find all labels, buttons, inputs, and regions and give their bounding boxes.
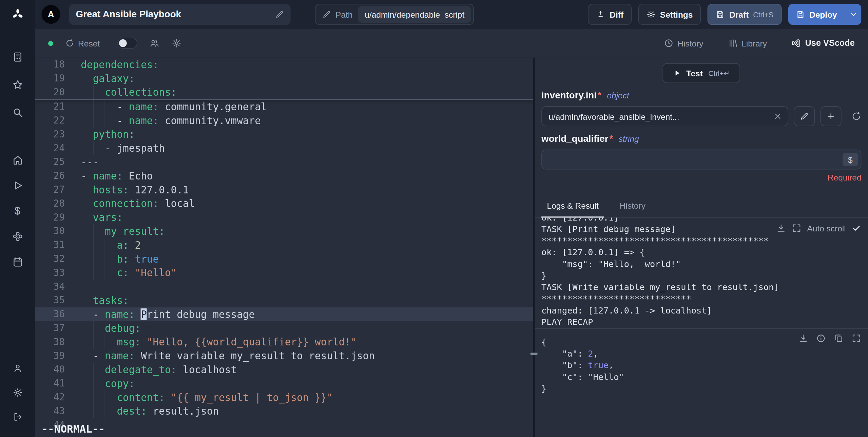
sidebar-item-apps[interactable] <box>12 43 23 71</box>
sidebar-item-variables[interactable]: $ <box>12 198 23 224</box>
settings-button[interactable]: Settings <box>638 4 701 25</box>
refresh-icon <box>851 111 861 121</box>
line-number: 31 <box>35 238 65 252</box>
expression-toggle[interactable]: $ <box>843 153 858 166</box>
library-button[interactable]: Library <box>728 38 767 48</box>
code-line-38[interactable]: 38 msg: "Hello, {{world_qualifier}} worl… <box>35 335 533 349</box>
indent-guide <box>105 391 105 404</box>
required-mark: * <box>598 90 601 101</box>
code-line-44[interactable]: 44 <box>35 418 533 432</box>
tab-history[interactable]: History <box>614 196 651 217</box>
code-line-35[interactable]: 35 tasks: <box>35 293 533 307</box>
result-line: "c": "Hello" <box>541 372 861 383</box>
inventory-resource-input[interactable]: u/admin/favorable_ansible_invent... <box>541 106 788 126</box>
toggle-knob <box>119 39 127 47</box>
diff-button[interactable]: Diff <box>588 4 632 25</box>
clear-icon[interactable] <box>773 112 782 121</box>
code-line-22[interactable]: 22 - name: community.vmware <box>35 114 533 128</box>
code-line-31[interactable]: 31 a: 2 <box>35 238 533 252</box>
code-line-34[interactable]: 34 <box>35 280 533 293</box>
refresh-resource-button[interactable] <box>851 111 861 121</box>
code-line-19[interactable]: 19 galaxy: <box>35 72 533 86</box>
result-line: } <box>541 383 861 395</box>
logout-icon <box>13 412 22 422</box>
script-title-box[interactable]: Great Ansible Playbook <box>69 4 291 25</box>
code-line-39[interactable]: 39 - name: Write variable my_result to r… <box>35 349 533 363</box>
search-icon <box>12 107 23 118</box>
sidebar-item-search[interactable] <box>12 98 23 126</box>
path-value[interactable]: u/admin/dependable_script <box>358 6 471 23</box>
indent-guide <box>93 85 94 99</box>
autoscroll-checkbox[interactable] <box>851 223 861 233</box>
code-line-29[interactable]: 29 vars: <box>35 210 533 224</box>
expand-result-icon[interactable] <box>851 333 861 343</box>
sidebar-item-runs[interactable] <box>12 173 23 198</box>
indent-guide <box>93 224 94 238</box>
sidebar-item-resources[interactable] <box>12 224 23 249</box>
world-qualifier-input[interactable]: $ <box>541 150 861 170</box>
collaborators-button[interactable] <box>150 38 159 48</box>
editor-settings-button[interactable] <box>172 38 181 48</box>
line-number: 36 <box>35 307 65 321</box>
windmill-logo[interactable] <box>0 0 35 29</box>
download-logs-icon[interactable] <box>776 223 786 233</box>
edit-path-icon[interactable] <box>322 10 331 19</box>
sidebar-item-home[interactable] <box>12 147 23 173</box>
sidebar-item-favorites[interactable] <box>12 71 23 99</box>
add-resource-button[interactable] <box>821 106 842 126</box>
code-line-40[interactable]: 40 delegate_to: localhost <box>35 363 533 377</box>
code-line-36[interactable]: 36 - name: Print debug message <box>35 307 533 321</box>
field-name: world_qualifier <box>541 133 608 145</box>
use-vscode-button[interactable]: Use VScode <box>791 38 855 48</box>
code-line-21[interactable]: 21 - name: community.general <box>35 100 533 114</box>
line-number: 26 <box>35 169 65 183</box>
test-button[interactable]: Test Ctrl+↵ <box>662 63 740 83</box>
reset-button[interactable]: Reset <box>65 38 100 48</box>
line-number: 28 <box>35 196 65 210</box>
code-text: a: 2 <box>65 238 141 252</box>
line-number: 24 <box>35 141 65 155</box>
deploy-dropdown-button[interactable] <box>845 4 861 25</box>
indent-guide <box>93 335 94 349</box>
expand-logs-icon[interactable] <box>792 223 802 233</box>
download-result-icon[interactable] <box>798 333 808 343</box>
copy-icon[interactable] <box>834 333 844 343</box>
code-line-18[interactable]: 18dependencies: <box>35 58 533 72</box>
code-line-27[interactable]: 27 hosts: 127.0.0.1 <box>35 183 533 197</box>
sidebar-item-settings[interactable] <box>13 381 22 405</box>
code-line-43[interactable]: 43 dest: result.json <box>35 404 533 418</box>
mode-toggle[interactable] <box>117 38 137 49</box>
edit-title-icon[interactable] <box>275 10 284 19</box>
sidebar-nav-main: $ <box>12 147 23 274</box>
logs-panel[interactable]: ok: [127.0.0.1]TASK [Print debug message… <box>535 217 868 328</box>
avatar[interactable]: A <box>41 5 60 24</box>
sidebar-item-logout[interactable] <box>13 405 22 430</box>
code-line-28[interactable]: 28 connection: local <box>35 196 533 210</box>
info-icon[interactable] <box>816 333 826 343</box>
sidebar-item-account[interactable] <box>13 356 22 381</box>
indent-guide <box>93 114 94 128</box>
code-line-23[interactable]: 23 python: <box>35 127 533 141</box>
code-line-41[interactable]: 41 copy: <box>35 377 533 391</box>
code-line-26[interactable]: 26- name: Echo <box>35 169 533 183</box>
code-text: delegate_to: localhost <box>65 363 237 377</box>
code-line-25[interactable]: 25--- <box>35 155 533 169</box>
sidebar-item-schedules[interactable] <box>12 249 23 274</box>
play-icon <box>673 69 681 77</box>
draft-button[interactable]: Draft Ctrl+S <box>708 4 782 25</box>
deploy-button[interactable]: Deploy <box>788 4 845 25</box>
line-number: 40 <box>35 363 65 377</box>
code-line-24[interactable]: 24 - jmespath <box>35 141 533 155</box>
code-line-20[interactable]: 20 collections: <box>35 85 533 99</box>
tab-logs-result[interactable]: Logs & Result <box>541 196 604 217</box>
home-icon <box>12 154 23 166</box>
code-editor[interactable]: 18dependencies:19 galaxy:20 collections:… <box>35 58 533 437</box>
code-line-37[interactable]: 37 debug: <box>35 321 533 335</box>
code-line-33[interactable]: 33 c: "Hello" <box>35 266 533 280</box>
edit-resource-button[interactable] <box>794 106 815 126</box>
history-button[interactable]: History <box>664 38 703 48</box>
run-panel: Test Ctrl+↵ inventory.ini * object u/adm… <box>535 58 868 437</box>
code-line-42[interactable]: 42 content: "{{ my_result | to_json }}" <box>35 391 533 404</box>
code-line-30[interactable]: 30 my_result: <box>35 224 533 238</box>
code-line-32[interactable]: 32 b: true <box>35 252 533 266</box>
